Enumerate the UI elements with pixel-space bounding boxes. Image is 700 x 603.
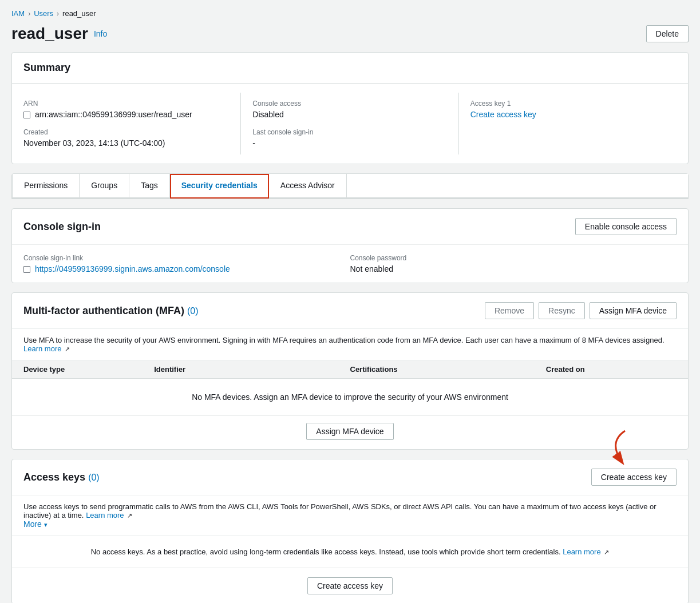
col-created-on: Created on [546,365,677,374]
signin-link-label: Console sign-in link [23,254,350,262]
assign-mfa-button[interactable]: Assign MFA device [590,302,677,319]
mfa-section: Multi-factor authentication (MFA) (0) Re… [11,292,689,450]
signin-link-url[interactable]: https://049599136999.signin.aws.amazon.c… [35,264,230,273]
tab-groups[interactable]: Groups [80,174,129,199]
access-keys-count: (0) [88,473,100,482]
external-link-icon-mfa: ↗ [65,346,70,352]
more-chevron-icon: ▾ [44,521,48,528]
col-device-type: Device type [23,365,154,374]
summary-console-cell: Console access Disabled Last console sig… [241,93,458,154]
page-title: read_user [11,25,88,43]
access-keys-no-data: No access keys. As a best practice, avoi… [12,536,688,568]
mfa-learn-more-link[interactable]: Learn more [23,344,61,353]
access-keys-title: Access keys (0) [23,471,100,483]
enable-console-access-button[interactable]: Enable console access [575,218,677,235]
summary-header: Summary [12,53,688,84]
console-signin-body: Console sign-in link https://04959913699… [12,245,688,283]
last-signin-value: - [252,138,446,148]
tab-permissions[interactable]: Permissions [12,174,80,199]
console-signin-section: Console sign-in Enable console access Co… [11,208,689,283]
summary-accesskey-cell: Access key 1 Create access key [459,93,677,154]
access-key-1-link[interactable]: Create access key [470,110,536,119]
mfa-title: Multi-factor authentication (MFA) (0) [23,305,199,317]
access-keys-header: Access keys (0) Create access key [12,459,688,495]
external-link-icon-keys: ↗ [127,512,132,519]
tab-content: Console sign-in Enable console access Co… [11,199,689,603]
summary-body: ARN arn:aws:iam::049599136999:user/read_… [12,84,688,164]
breadcrumb-iam[interactable]: IAM [11,9,25,18]
signin-link-col: Console sign-in link https://04959913699… [23,254,350,273]
created-label: Created [23,128,229,136]
create-access-key-btn-area: Create access key [12,568,688,603]
access-keys-more-link[interactable]: More [23,519,42,529]
arn-value: arn:aws:iam::049599136999:user/read_user [23,110,229,119]
tab-access-advisor[interactable]: Access Advisor [269,174,347,199]
console-access-label: Console access [252,100,446,108]
console-password-label: Console password [350,254,677,262]
info-link[interactable]: Info [94,29,107,38]
summary-card: Summary ARN arn:aws:iam::049599136999:us… [11,52,689,164]
breadcrumb-users[interactable]: Users [34,9,53,18]
breadcrumb-sep1: › [28,10,30,18]
access-key-1-label: Access key 1 [470,100,665,108]
summary-arn-cell: ARN arn:aws:iam::049599136999:user/read_… [23,93,241,154]
console-password-value: Not enabled [350,264,677,273]
page-header: read_user Info Delete [11,25,689,43]
access-keys-learn-more-link[interactable]: Learn more [86,511,124,519]
mfa-table-header: Device type Identifier Certifications Cr… [12,360,688,379]
mfa-header: Multi-factor authentication (MFA) (0) Re… [12,293,688,329]
signin-link-value: https://049599136999.signin.aws.amazon.c… [23,264,350,273]
console-password-col: Console password Not enabled [350,254,677,273]
breadcrumb: IAM › Users › read_user [11,9,689,18]
resync-mfa-button[interactable]: Resync [539,302,585,319]
create-access-key-button-top[interactable]: Create access key [591,469,677,486]
access-keys-section: Access keys (0) Create access key Use ac… [11,459,689,603]
breadcrumb-sep2: › [57,10,59,18]
tab-tags[interactable]: Tags [129,174,170,199]
link-copy-icon[interactable] [23,266,30,273]
console-signin-grid: Console sign-in link https://04959913699… [23,254,677,273]
summary-title: Summary [23,62,70,73]
mfa-buttons: Remove Resync Assign MFA device [485,302,677,319]
delete-button[interactable]: Delete [646,25,689,42]
arn-text: arn:aws:iam::049599136999:user/read_user [35,110,192,119]
no-keys-learn-more-link[interactable]: Learn more [563,548,600,556]
tabs-container: Permissions Groups Tags Security credent… [11,173,689,199]
mfa-desc-text: Use MFA to increase the security of your… [23,336,665,344]
access-keys-title-text: Access keys [23,471,85,483]
access-key-1-value: Create access key [470,110,665,119]
last-signin-label: Last console sign-in [252,128,446,136]
mfa-empty-message: No MFA devices. Assign an MFA device to … [12,379,688,416]
console-signin-title: Console sign-in [23,221,101,233]
col-certifications: Certifications [350,365,546,374]
remove-mfa-button[interactable]: Remove [485,302,534,319]
summary-grid: ARN arn:aws:iam::049599136999:user/read_… [23,93,677,154]
copy-icon[interactable] [23,112,30,118]
mfa-count: (0) [187,306,199,316]
col-identifier: Identifier [154,365,350,374]
breadcrumb-current: read_user [62,9,96,18]
created-value: November 03, 2023, 14:13 (UTC-04:00) [23,138,229,148]
tab-security-credentials[interactable]: Security credentials [170,174,269,199]
page-title-group: read_user Info [11,25,107,43]
mfa-description: Use MFA to increase the security of your… [12,329,688,360]
create-access-key-button-bottom[interactable]: Create access key [307,577,393,594]
access-keys-description: Use access keys to send programmatic cal… [12,495,688,536]
tabs-bar: Permissions Groups Tags Security credent… [12,174,688,199]
console-signin-header: Console sign-in Enable console access [12,209,688,245]
mfa-assign-btn-area: Assign MFA device [12,423,688,449]
console-access-value: Disabled [252,110,446,119]
mfa-title-text: Multi-factor authentication (MFA) [23,305,184,316]
arn-label: ARN [23,100,229,108]
no-keys-text: No access keys. As a best practice, avoi… [91,548,561,556]
assign-mfa-device-button[interactable]: Assign MFA device [306,423,393,440]
external-link-icon-no-keys: ↗ [604,549,609,556]
